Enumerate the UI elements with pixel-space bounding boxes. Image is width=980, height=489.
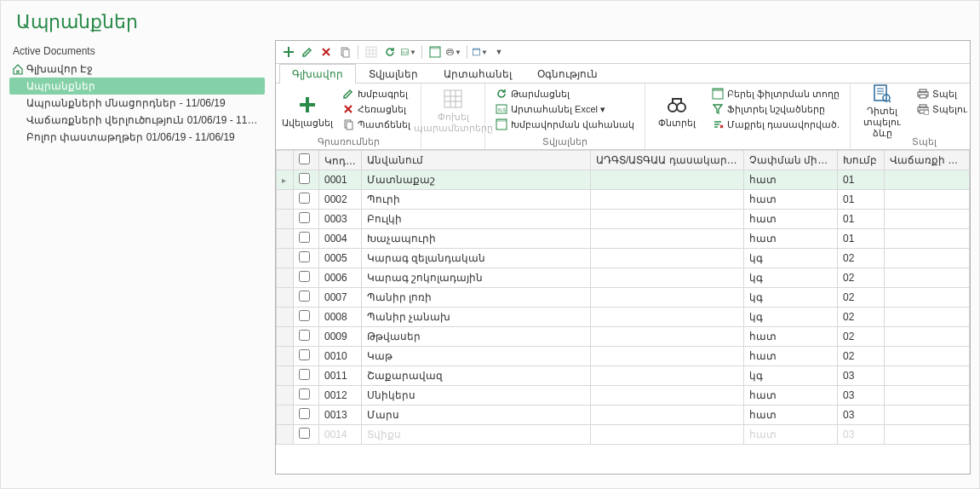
row-check-cell[interactable]	[294, 406, 319, 425]
col-code-header[interactable]: Կոդ 1 ▲	[319, 151, 362, 170]
svg-rect-13	[347, 122, 352, 129]
print-icon[interactable]: ▼	[446, 44, 461, 60]
cell	[885, 229, 970, 249]
tree-item[interactable]: Ապրանքների մնացորդներ - 11/06/19	[9, 95, 265, 112]
ribbon-tab[interactable]: Օգնություն	[524, 64, 610, 83]
row-checkbox[interactable]	[299, 232, 310, 243]
ribbon-button[interactable]: Ավելացնել	[283, 87, 332, 135]
cell: հատ	[744, 347, 838, 366]
tree-item[interactable]: Բոլոր փաստաթղթեր 01/06/19 - 11/06/19	[9, 129, 265, 146]
row-checkbox[interactable]	[299, 193, 310, 204]
ribbon-button[interactable]: Բերել ֆիլտրման տողը	[708, 87, 843, 101]
grid-icon[interactable]	[364, 44, 379, 60]
row-check-cell[interactable]	[294, 386, 319, 406]
row-checkbox[interactable]	[299, 330, 310, 341]
group-panel-icon[interactable]	[427, 44, 443, 60]
row-checkbox[interactable]	[299, 271, 310, 282]
cell: կգ	[744, 249, 838, 268]
table-row[interactable]: 0002Պուրիհատ01	[277, 190, 970, 210]
row-checkbox[interactable]	[299, 349, 310, 360]
row-check-cell[interactable]	[294, 268, 319, 288]
cell: հատ	[744, 170, 838, 190]
row-checkbox[interactable]	[299, 408, 310, 419]
tree-item[interactable]: Վաճառքների վերլուծություն 01/06/19 - 11/…	[9, 112, 265, 129]
cell: 0004	[319, 229, 362, 249]
ribbon-button[interactable]: Դիտել տպելու ձևը	[857, 87, 907, 135]
table-row[interactable]: 0012Սնիկերսհատ03	[277, 386, 970, 406]
ribbon-button[interactable]: Պատճենել	[339, 118, 414, 131]
ribbon-button[interactable]: Խմբագրել	[339, 87, 414, 101]
row-checkbox[interactable]	[299, 291, 310, 302]
layout-icon[interactable]: ▼	[473, 44, 488, 60]
tree-item[interactable]: Գլխավոր Էջ	[9, 60, 265, 78]
ribbon-button-label: Ավելացնել	[282, 118, 333, 129]
table-row[interactable]: 0007Պանիր լոռիկգ02	[277, 288, 970, 308]
excel-icon[interactable]: XLS ▼	[401, 44, 416, 60]
table-row[interactable]: 0009Թթվասերհատ02	[277, 327, 970, 347]
row-check-cell[interactable]	[294, 170, 319, 190]
row-checkbox[interactable]	[299, 173, 310, 184]
table-row[interactable]: 0004Խաչապուրիհատ01	[277, 229, 970, 249]
row-checkbox[interactable]	[299, 310, 310, 321]
ribbon-tab[interactable]: Արտահանել	[431, 64, 524, 83]
row-check-cell[interactable]	[294, 288, 319, 308]
delete-icon[interactable]	[318, 44, 334, 60]
row-checkbox[interactable]	[299, 369, 310, 380]
data-grid-wrap[interactable]: Կոդ 1 ▲ Անվանում ԱԴԳՏ/ԱՏԳԱԱ դասակարգիչ Չ…	[276, 150, 970, 474]
table-row[interactable]: 0014Տվիքսհատ03	[277, 425, 970, 445]
ribbon-button-label: Մաքրել դասավորված.	[727, 119, 840, 130]
row-check-cell[interactable]	[294, 190, 319, 210]
table-row[interactable]: 0010Կաթհատ02	[277, 347, 970, 366]
row-checkbox[interactable]	[299, 428, 310, 439]
table-row[interactable]: 0005Կարագ զելանդականկգ02	[277, 249, 970, 268]
row-checkbox[interactable]	[299, 388, 310, 400]
row-check-cell[interactable]	[294, 308, 319, 327]
ribbon-tab[interactable]: Տվյալներ	[356, 64, 431, 83]
table-row[interactable]: 0011Շաքարավազկգ03	[277, 366, 970, 386]
col-group-header[interactable]: Խումբ	[838, 151, 885, 170]
row-checkbox[interactable]	[299, 251, 310, 262]
ribbon-button[interactable]: Տպելու դրո	[914, 102, 971, 116]
table-row[interactable]: 0008Պանիր չանախկգ02	[277, 308, 970, 327]
ribbon-button[interactable]: Փնտրել	[652, 87, 702, 135]
ribbon-group-label: Տպել	[857, 135, 971, 147]
ribbon-button[interactable]: Ֆիլտրել նշվածները	[708, 102, 843, 116]
row-check-cell[interactable]	[294, 229, 319, 249]
table-row[interactable]: ▸0001Մատնաքաշհատ01	[277, 170, 970, 190]
tree-item[interactable]: Ապրանքներ	[9, 78, 265, 95]
col-name-header[interactable]: Անվանում	[362, 151, 591, 170]
row-check-cell[interactable]	[294, 347, 319, 366]
col-price-header[interactable]: Վաճառքի գին	[885, 151, 970, 170]
col-category-header[interactable]: ԱԴԳՏ/ԱՏԳԱԱ դասակարգիչ	[591, 151, 744, 170]
ribbon-tab[interactable]: Գլխավոր	[279, 64, 356, 83]
ribbon-button[interactable]: Մաքրել դասավորված.	[708, 118, 843, 131]
ribbon-button[interactable]: Տպել	[914, 87, 971, 101]
ribbon-button[interactable]: XLSԱրտահանել Excel ▾	[492, 102, 638, 116]
ribbon-button[interactable]: Թարմացնել	[492, 87, 638, 101]
table-row[interactable]: 0013Մարսհատ03	[277, 406, 970, 425]
cell: 0009	[319, 327, 362, 347]
row-check-cell[interactable]	[294, 249, 319, 268]
row-check-cell[interactable]	[294, 210, 319, 229]
row-check-cell[interactable]	[294, 327, 319, 347]
cell: 02	[838, 347, 885, 366]
cell: 03	[838, 425, 885, 445]
row-check-cell[interactable]	[294, 366, 319, 386]
row-check-cell[interactable]	[294, 425, 319, 445]
copy-icon[interactable]	[337, 44, 352, 60]
check-all-header[interactable]	[294, 151, 319, 170]
col-unit-header[interactable]: Չափման միավոր	[744, 151, 838, 170]
row-checkbox[interactable]	[299, 212, 310, 223]
edit-icon[interactable]	[300, 44, 315, 60]
table-row[interactable]: 0003Բուլկիհատ01	[277, 210, 970, 229]
row-indicator	[277, 347, 294, 366]
table-row[interactable]: 0006Կարագ շոկոլադայինկգ02	[277, 268, 970, 288]
check-all[interactable]	[299, 153, 310, 164]
add-icon[interactable]	[281, 44, 296, 60]
more-icon[interactable]: ▼	[491, 44, 507, 60]
refresh-icon[interactable]	[382, 44, 398, 60]
row-indicator	[277, 190, 294, 210]
cell	[591, 366, 744, 386]
ribbon-button[interactable]: Խմբավորման վահանակ	[492, 118, 638, 131]
ribbon-button[interactable]: Հեռացնել	[339, 102, 414, 116]
